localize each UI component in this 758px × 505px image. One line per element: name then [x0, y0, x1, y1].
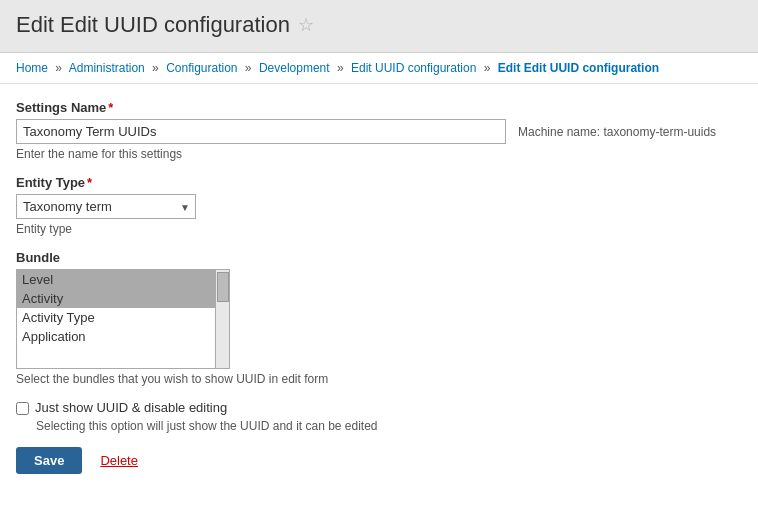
bundle-option-activity[interactable]: Activity — [17, 289, 215, 308]
breadcrumb-configuration[interactable]: Configuration — [166, 61, 237, 75]
machine-name-text: Machine name: taxonomy-term-uuids — [518, 125, 716, 139]
just-show-uuid-checkbox[interactable] — [16, 402, 29, 415]
bundle-listbox[interactable]: Level Activity Activity Type Application — [16, 269, 216, 369]
breadcrumb-sep-2: » — [152, 61, 159, 75]
bundle-group: Bundle Level Activity Activity Type Appl… — [16, 250, 742, 386]
entity-type-required: * — [87, 175, 92, 190]
entity-type-label: Entity Type* — [16, 175, 742, 190]
page-title: Edit Edit UUID configuration ☆ — [16, 12, 742, 38]
just-show-uuid-hint: Selecting this option will just show the… — [36, 419, 742, 433]
breadcrumb-development[interactable]: Development — [259, 61, 330, 75]
bundle-label: Bundle — [16, 250, 742, 265]
page-header: Edit Edit UUID configuration ☆ — [0, 0, 758, 53]
just-show-uuid-group: Just show UUID & disable editing Selecti… — [16, 400, 742, 433]
breadcrumb-sep-1: » — [55, 61, 62, 75]
breadcrumb: Home » Administration » Configuration » … — [0, 53, 758, 84]
bundle-option-level[interactable]: Level — [17, 270, 215, 289]
breadcrumb-sep-3: » — [245, 61, 252, 75]
settings-name-group: Settings Name* Machine name: taxonomy-te… — [16, 100, 742, 161]
bundle-option-activity-type[interactable]: Activity Type — [17, 308, 215, 327]
settings-name-input[interactable] — [16, 119, 506, 144]
bundle-option-application[interactable]: Application — [17, 327, 215, 346]
action-row: Save Delete — [16, 447, 742, 474]
entity-type-group: Entity Type* Taxonomy term Node User Com… — [16, 175, 742, 236]
settings-name-label: Settings Name* — [16, 100, 742, 115]
bundle-hint: Select the bundles that you wish to show… — [16, 372, 742, 386]
form-content: Settings Name* Machine name: taxonomy-te… — [0, 84, 758, 490]
entity-type-hint: Entity type — [16, 222, 742, 236]
delete-button[interactable]: Delete — [92, 447, 146, 474]
breadcrumb-administration[interactable]: Administration — [69, 61, 145, 75]
settings-name-input-row: Machine name: taxonomy-term-uuids — [16, 119, 742, 144]
entity-type-select-wrapper: Taxonomy term Node User Comment ▼ — [16, 194, 196, 219]
breadcrumb-sep-4: » — [337, 61, 344, 75]
star-icon[interactable]: ☆ — [298, 14, 314, 36]
scrollbar-thumb — [217, 272, 229, 302]
just-show-uuid-label[interactable]: Just show UUID & disable editing — [35, 400, 227, 415]
settings-name-hint: Enter the name for this settings — [16, 147, 742, 161]
settings-name-required: * — [108, 100, 113, 115]
bundle-scrollbar[interactable] — [216, 269, 230, 369]
save-button[interactable]: Save — [16, 447, 82, 474]
breadcrumb-edit-uuid[interactable]: Edit UUID configuration — [351, 61, 476, 75]
title-text: Edit Edit UUID configuration — [16, 12, 290, 38]
breadcrumb-current: Edit Edit UUID configuration — [498, 61, 659, 75]
entity-type-select[interactable]: Taxonomy term Node User Comment — [16, 194, 196, 219]
breadcrumb-sep-5: » — [484, 61, 491, 75]
bundle-listbox-container: Level Activity Activity Type Application — [16, 269, 742, 369]
breadcrumb-home[interactable]: Home — [16, 61, 48, 75]
just-show-uuid-row: Just show UUID & disable editing — [16, 400, 742, 415]
